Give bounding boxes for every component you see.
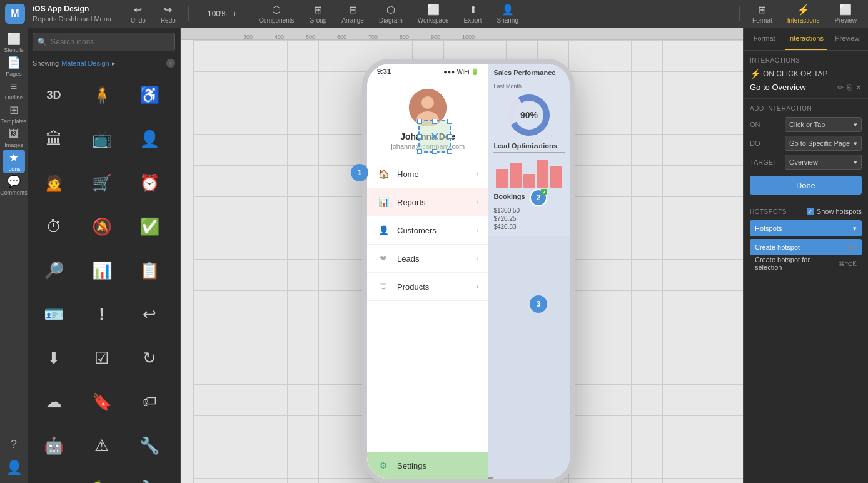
icon-transfer[interactable]: ↩ <box>128 293 171 335</box>
resize-handle-tm[interactable] <box>432 119 437 124</box>
export-button[interactable]: ⬆ Export <box>458 4 488 24</box>
icon-bar-chart[interactable]: 📊 <box>81 249 123 292</box>
nav-item-settings[interactable]: ⚙ Settings <box>367 452 488 479</box>
icon-person-circle[interactable]: 🙍 <box>33 161 75 204</box>
icon-accessible[interactable]: ♿ <box>128 74 171 116</box>
close-icon[interactable]: ✕ <box>855 83 862 92</box>
edit-icon[interactable]: ✏ <box>837 83 844 92</box>
zoom-in-button[interactable]: + <box>230 8 240 20</box>
icon-wrench[interactable]: 🔧 <box>128 468 171 483</box>
undo-button[interactable]: ↩ Undo <box>124 4 152 24</box>
icon-cloud-upload[interactable]: ☁ <box>33 380 75 423</box>
workspace-button[interactable]: ⬜ Workspace <box>411 4 455 24</box>
icon-3d-rotation[interactable]: 3D <box>33 74 75 116</box>
icon-check-box[interactable]: ☑ <box>81 337 123 379</box>
redo-button[interactable]: ↪ Redo <box>154 4 182 24</box>
resize-handle-rm[interactable] <box>447 134 452 139</box>
nav-item-products[interactable]: 🛡 Products › <box>367 273 488 301</box>
copy-icon[interactable]: ⎘ <box>847 83 852 92</box>
icon-bookmark[interactable]: 🔖 <box>81 380 123 423</box>
nav-item-leads[interactable]: ❤ Leads › <box>367 245 488 273</box>
group-icon: ⊞ <box>314 4 322 16</box>
hotspot-3[interactable]: 3 <box>530 295 547 313</box>
resize-handle-tl[interactable] <box>417 119 422 124</box>
icon-accessibility[interactable]: 🧍 <box>81 74 123 116</box>
sidebar-item-profile[interactable]: 👤 <box>3 457 25 479</box>
phone-screen: 9:31 ●●● WiFi 🔋 <box>367 64 570 479</box>
sidebar-item-comments[interactable]: 💬 Comments <box>3 174 25 196</box>
icon-warning[interactable]: ⚠ <box>81 424 123 467</box>
hotspot-1[interactable]: 1 <box>351 164 368 181</box>
done-button[interactable]: Done <box>750 176 862 195</box>
resize-handle-br[interactable] <box>447 149 452 154</box>
nav-label-leads: Leads <box>397 254 476 263</box>
icon-id-card[interactable]: 🪪 <box>33 293 75 335</box>
canvas-area[interactable]: 300 400 500 600 700 800 900 1000 1 <box>181 28 743 483</box>
icon-info[interactable]: ! <box>81 293 123 335</box>
preview-tab-button[interactable]: ⬜ Preview <box>828 4 863 24</box>
tab-preview[interactable]: Preview <box>827 28 868 50</box>
nav-item-home[interactable]: 🏠 Home › <box>367 160 488 188</box>
on-select[interactable]: Click or Tap ▾ <box>785 117 862 132</box>
do-select[interactable]: Go to Specific Page ▾ <box>785 136 862 151</box>
resize-handle-tr[interactable] <box>447 119 452 124</box>
nav-item-reports[interactable]: 📊 Reports ‹ <box>367 188 488 216</box>
icon-bank[interactable]: 🏛 <box>33 118 75 160</box>
components-button[interactable]: ⬡ Components <box>253 4 301 24</box>
icon-person[interactable]: 👤 <box>128 118 171 160</box>
icon-refresh[interactable]: ↻ <box>128 337 171 379</box>
material-design-link[interactable]: Material Design <box>61 59 109 67</box>
icon-build[interactable]: 🔧 <box>128 424 171 467</box>
sidebar-item-images[interactable]: 🖼 Images <box>3 126 25 149</box>
sidebar-item-pages[interactable]: 📄 Pages <box>3 55 25 78</box>
format-tab-button[interactable]: ⊞ Format <box>746 4 779 24</box>
sidebar-item-help[interactable]: ? <box>3 433 25 455</box>
target-select[interactable]: Overview ▾ <box>785 155 862 170</box>
selected-element[interactable]: ✕ <box>418 120 451 153</box>
tab-interactions[interactable]: Interactions <box>785 28 826 50</box>
icon-tv[interactable]: 📺 <box>81 118 123 160</box>
group-button[interactable]: ⊞ Group <box>303 4 333 24</box>
icon-alarm-off[interactable]: 🔕 <box>81 205 123 248</box>
nav-item-customers[interactable]: 👤 Customers › <box>367 216 488 245</box>
icon-cart-plus[interactable]: 🛒 <box>81 161 123 204</box>
search-input[interactable] <box>33 33 175 51</box>
sidebar-item-stencils[interactable]: ⬜ Stencils <box>3 31 25 54</box>
create-hotspot-selection-action[interactable]: Create hotspot for selection ⌘⌥K <box>750 255 862 272</box>
chevron-right-icon-products: › <box>476 282 478 291</box>
diagram-button[interactable]: ⬡ Diagram <box>373 4 409 24</box>
interactions-tab-button[interactable]: ⚡ Interactions <box>781 4 826 24</box>
icon-bookmark-border[interactable]: 🏷 <box>128 380 171 423</box>
create-hotspot-action[interactable]: Create hotspot ⌘K <box>750 239 862 255</box>
sidebar-item-icons[interactable]: ★ Icons <box>3 150 25 173</box>
icon-search-circle[interactable]: 🔎 <box>33 249 75 292</box>
icon-download[interactable]: ⬇ <box>33 337 75 379</box>
sharing-button[interactable]: 👤 Sharing <box>490 4 524 24</box>
icon-list[interactable]: 📋 <box>128 249 171 292</box>
show-hotspots-checkbox[interactable]: ✓ <box>807 208 814 215</box>
zoom-out-button[interactable]: − <box>195 8 205 20</box>
hotspot-2[interactable]: 2 ✓ <box>530 189 547 206</box>
sidebar-item-templates[interactable]: ⊞ Templates <box>3 103 25 125</box>
sidebar-item-outline[interactable]: ≡ Outline <box>3 79 25 101</box>
hotspots-dropdown[interactable]: Hotspots ▾ <box>750 220 862 236</box>
show-hotspots-toggle[interactable]: ✓ Show hotspots <box>807 208 862 215</box>
templates-icon: ⊞ <box>9 103 19 117</box>
canvas-content[interactable]: 1 ✕ <box>193 40 743 483</box>
expand-icon: ▸ <box>112 59 116 68</box>
icon-check-circle[interactable]: ✅ <box>128 205 171 248</box>
arrange-button[interactable]: ⊟ Arrange <box>335 4 370 24</box>
zoom-control: − 100% + <box>195 8 240 20</box>
icon-target[interactable]: ⊙ <box>33 468 75 483</box>
icon-alarm[interactable]: ⏰ <box>128 161 171 204</box>
resize-handle-lm[interactable] <box>417 134 422 139</box>
icon-android[interactable]: 🤖 <box>33 424 75 467</box>
resize-handle-bl[interactable] <box>417 149 422 154</box>
icon-bug[interactable]: 🐛 <box>81 468 123 483</box>
info-button[interactable]: i <box>166 59 175 68</box>
icon-alarm-add[interactable]: ⏱ <box>33 205 75 248</box>
arrange-icon: ⊟ <box>349 4 357 16</box>
diagram-icon: ⬡ <box>386 4 395 16</box>
tab-format[interactable]: Format <box>744 28 785 50</box>
resize-handle-bm[interactable] <box>432 149 437 154</box>
